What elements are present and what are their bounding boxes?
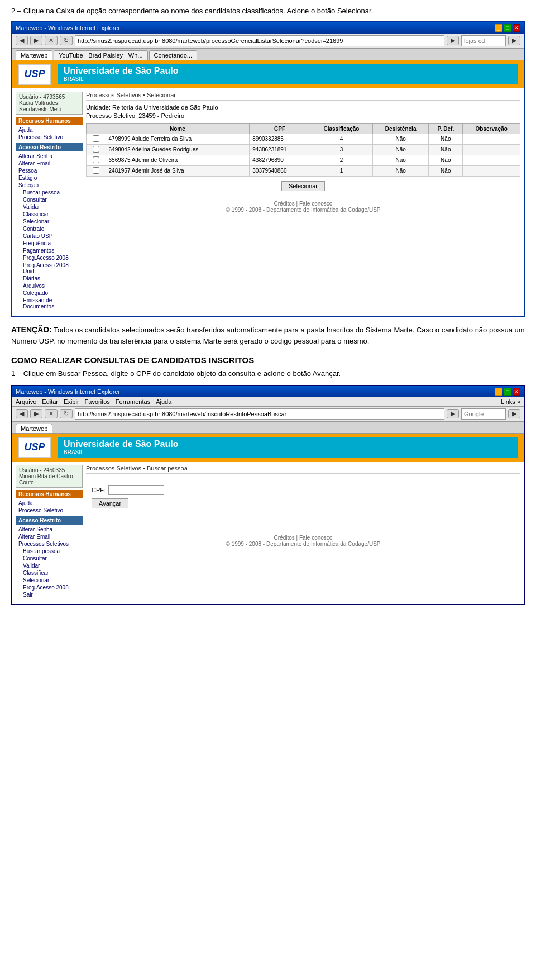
sidebar-ajuda-2[interactable]: Ajuda xyxy=(16,499,83,507)
sidebar-processos-sel-2[interactable]: Processos Seletivos xyxy=(16,540,83,548)
sidebar-selecao-1[interactable]: Seleção xyxy=(16,182,83,189)
selecao-subgroup-2: Buscar pessoa Consultar Validar Classifi… xyxy=(16,548,83,598)
maximize-btn[interactable]: □ xyxy=(504,24,511,32)
go-btn[interactable]: ▶ xyxy=(447,36,459,45)
sidebar-consultar-2[interactable]: Consultar xyxy=(20,555,83,562)
sidebar-classificar-2[interactable]: Classificar xyxy=(20,569,83,577)
menu-arquivo[interactable]: Arquivo xyxy=(16,398,36,405)
sidebar-validar-2[interactable]: Validar xyxy=(20,562,83,569)
selecao-subgroup-1: Buscar pessoa Consultar Validar Classifi… xyxy=(16,189,83,310)
sidebar-selecionar-1[interactable]: Selecionar xyxy=(20,218,83,225)
minimize-btn-2[interactable]: _ xyxy=(495,388,502,396)
sidebar-contrato-1[interactable]: Contrato xyxy=(20,225,83,232)
back-btn-2[interactable]: ◀ xyxy=(16,409,28,418)
cell-pdef-2: Não xyxy=(429,155,463,165)
tab-youtube[interactable]: YouTube - Brad Paisley - Wh... xyxy=(54,50,147,60)
stop-btn-2[interactable]: ✕ xyxy=(45,409,58,418)
sidebar-processo-1[interactable]: Processo Seletivo xyxy=(16,134,83,141)
cell-pdef-0: Não xyxy=(429,134,463,144)
refresh-btn-2[interactable]: ↻ xyxy=(60,409,73,418)
address-bar-2[interactable] xyxy=(75,408,444,420)
cell-nome-0: 4798999 Abiude Ferreira da Silva xyxy=(106,134,250,144)
sidebar-frequencia-1[interactable]: Frequência xyxy=(20,240,83,247)
cell-obs-3 xyxy=(463,165,520,176)
sidebar-buscar-1[interactable]: Buscar pessoa xyxy=(20,189,83,196)
sidebar-alterar-email-2[interactable]: Alterar Email xyxy=(16,533,83,540)
usp-title-2: Universidade de São Paulo xyxy=(64,439,513,449)
maximize-btn-2[interactable]: □ xyxy=(504,388,511,396)
refresh-btn[interactable]: ↻ xyxy=(60,36,73,45)
sidebar-prog2008unid-1[interactable]: Prog.Acesso 2008 Unid. xyxy=(20,261,83,275)
sidebar-sair-2[interactable]: Sair xyxy=(20,591,83,598)
usp-header-2: USP Universidade de São Paulo BRASIL xyxy=(12,434,524,462)
th-desistencia: Desistência xyxy=(373,123,429,134)
sidebar-buscar-2[interactable]: Buscar pessoa xyxy=(20,548,83,555)
menu-ajuda[interactable]: Ajuda xyxy=(156,398,171,405)
sidebar-prog2008-1[interactable]: Prog.Acesso 2008 xyxy=(20,254,83,261)
user-box-1: Usuário - 4793565 Kadia Valtrudes Sendav… xyxy=(16,92,83,115)
cell-checkbox-0 xyxy=(87,134,106,144)
sidebar-selecionar-2[interactable]: Selecionar xyxy=(20,577,83,584)
sidebar-processo-2[interactable]: Processo Seletivo xyxy=(16,507,83,514)
breadcrumb-1: Processos Seletivos • Selecionar xyxy=(86,92,520,101)
forward-btn-2[interactable]: ▶ xyxy=(30,409,42,418)
search-bar-2[interactable] xyxy=(461,408,506,420)
menu-exibir[interactable]: Exibir xyxy=(64,398,79,405)
cpf-row: CPF: xyxy=(92,485,515,495)
cell-nome-3: 2481957 Ademir José da Silva xyxy=(106,165,250,176)
sidebar-ajuda-1[interactable]: Ajuda xyxy=(16,126,83,134)
credits-2: Créditos | Fale conosco xyxy=(86,535,520,541)
sidebar-consultar-1[interactable]: Consultar xyxy=(20,196,83,203)
sidebar-estagio-1[interactable]: Estágio xyxy=(16,174,83,182)
selecionar-button-1[interactable]: Selecionar xyxy=(281,181,325,191)
sidebar-validar-1[interactable]: Validar xyxy=(20,203,83,211)
row-checkbox-3[interactable] xyxy=(93,167,99,174)
sidebar-alterar-email-1[interactable]: Alterar Email xyxy=(16,160,83,167)
forward-btn[interactable]: ▶ xyxy=(30,36,42,45)
avancar-button[interactable]: Avançar xyxy=(92,498,128,508)
sidebar-colegiado-1[interactable]: Colegiado xyxy=(20,289,83,297)
cell-desist-2: Não xyxy=(373,155,429,165)
sidebar-alterar-senha-2[interactable]: Alterar Senha xyxy=(16,526,83,533)
sidebar-arquivos-1[interactable]: Arquivos xyxy=(20,282,83,289)
menu-ferramentas[interactable]: Ferramentas xyxy=(116,398,150,405)
cpf-input[interactable] xyxy=(108,485,164,495)
tab-marteweb-2[interactable]: Marteweb xyxy=(16,424,52,433)
minimize-btn[interactable]: _ xyxy=(495,24,502,32)
close-btn[interactable]: ✕ xyxy=(513,24,520,32)
row-checkbox-1[interactable] xyxy=(93,146,99,153)
browser-window-2: Marteweb - Windows Internet Explorer _ □… xyxy=(11,385,525,605)
table-row: 4798999 Abiude Ferreira da Silva 8990332… xyxy=(87,134,520,144)
address-bar-1[interactable] xyxy=(75,35,444,46)
sidebar-pessoa-1[interactable]: Pessoa xyxy=(16,167,83,174)
search-go-btn-2[interactable]: ▶ xyxy=(508,409,520,418)
atencao-text: Todos os candidatos selecionados serão t… xyxy=(11,326,525,346)
titlebar-buttons: _ □ ✕ xyxy=(495,24,520,32)
cell-cpf-0: 8990332885 xyxy=(250,134,310,144)
titlebar-buttons-2: _ □ ✕ xyxy=(495,388,520,396)
sidebar-classificar-1[interactable]: Classificar xyxy=(20,211,83,218)
go-btn-2[interactable]: ▶ xyxy=(447,409,459,418)
search-go-btn[interactable]: ▶ xyxy=(508,36,520,45)
table-row: 6498042 Adelina Guedes Rodrigues 9438623… xyxy=(87,144,520,155)
sidebar-prog2008-2[interactable]: Prog.Acesso 2008 xyxy=(20,584,83,591)
sidebar-cartao-1[interactable]: Cartão USP xyxy=(20,232,83,240)
sidebar-alterar-senha-1[interactable]: Alterar Senha xyxy=(16,153,83,160)
tab-connecting[interactable]: Conectando... xyxy=(149,50,198,60)
sidebar-pagamentos-1[interactable]: Pagamentos xyxy=(20,247,83,254)
ar-title-1: Acesso Restrito xyxy=(16,143,83,151)
stop-btn[interactable]: ✕ xyxy=(45,36,58,45)
row-checkbox-2[interactable] xyxy=(93,156,99,163)
usp-header-1: USP Universidade de São Paulo BRASIL xyxy=(12,60,524,88)
browser-content-2: USP Universidade de São Paulo BRASIL Usu… xyxy=(12,434,524,604)
sidebar-diarias-1[interactable]: Diárias xyxy=(20,275,83,282)
menu-favoritos[interactable]: Favoritos xyxy=(85,398,110,405)
search-bar-1[interactable] xyxy=(461,35,506,46)
row-checkbox-0[interactable] xyxy=(93,135,99,142)
sidebar-emissao-1[interactable]: Emissão de Documentos xyxy=(20,297,83,310)
close-btn-2[interactable]: ✕ xyxy=(513,388,520,396)
breadcrumb-2: Processos Seletivos • Buscar pessoa xyxy=(86,465,520,474)
tab-marteweb-1[interactable]: Marteweb xyxy=(16,50,52,60)
menu-editar[interactable]: Editar xyxy=(42,398,58,405)
back-btn[interactable]: ◀ xyxy=(16,36,28,45)
